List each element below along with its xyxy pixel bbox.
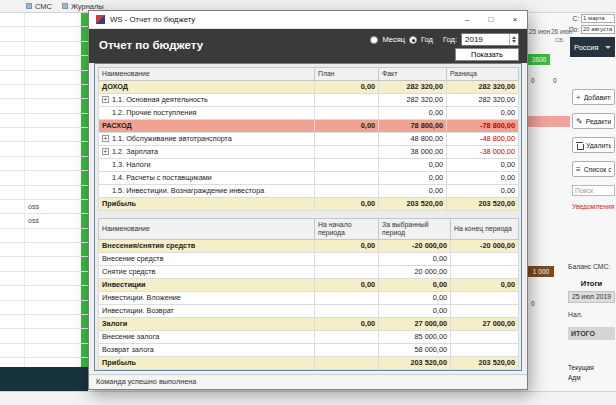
list-item[interactable]: [0, 142, 93, 156]
list-item[interactable]: [0, 42, 93, 56]
end-value: [451, 265, 519, 278]
budget-row[interactable]: ДОХОД 0,00 282 320,00 282 320,00: [99, 80, 519, 93]
budget-row[interactable]: Прибыль 0,00 203 520,00 203 520,00: [99, 197, 519, 210]
date-from-input[interactable]: 1 марта: [581, 14, 615, 23]
row-lead-cell: [0, 56, 25, 69]
cashflow-row[interactable]: Инвестиции 0,00 0,00 0,00: [99, 278, 519, 291]
app-screen: СМС Журналы: [0, 0, 616, 405]
radio-month[interactable]: [370, 36, 378, 44]
list-item[interactable]: [0, 128, 93, 142]
list-item[interactable]: [0, 171, 93, 185]
add-button[interactable]: + Добавить: [572, 89, 615, 105]
list-item[interactable]: [0, 27, 93, 41]
grid-green-cell[interactable]: 3600: [528, 54, 550, 65]
cashflow-row[interactable]: Инвестиции. Вложение 0,00: [99, 291, 519, 304]
list-item[interactable]: [0, 243, 93, 257]
row-name: 1.1. Обслуживание автотранспорта: [112, 134, 232, 143]
fact-value: 0,00: [379, 158, 447, 171]
start-value: [315, 265, 379, 278]
list-item[interactable]: [0, 272, 93, 286]
cashflow-row[interactable]: Залоги 0,00 27 000,00 27 000,00: [99, 317, 519, 330]
row-lead-cell: [0, 344, 25, 357]
list-item[interactable]: [0, 315, 93, 329]
title-bar[interactable]: WS - Отчет по бюджету – □ ×: [89, 11, 527, 29]
period-value: 210 520,00: [379, 369, 451, 371]
minimize-button[interactable]: –: [455, 11, 479, 29]
col-name[interactable]: Наименование: [99, 218, 315, 239]
col-fact[interactable]: Факт: [379, 68, 447, 81]
country-select[interactable]: Россия: [570, 37, 615, 57]
expand-icon[interactable]: +: [102, 148, 109, 155]
cashflow-row[interactable]: Внесение залога 85 000,00: [99, 330, 519, 343]
notifications-link[interactable]: Уведомления: [572, 203, 616, 210]
cashflow-row[interactable]: Снятие средств 20 000,00: [99, 265, 519, 278]
tab-sms[interactable]: СМС: [26, 2, 52, 11]
cashflow-row[interactable]: Возврат залога 58 000,00: [99, 343, 519, 356]
maximize-button[interactable]: □: [479, 11, 503, 29]
list-item[interactable]: [0, 344, 93, 358]
cashflow-row[interactable]: Прибыль 203 520,00 203 520,00: [99, 356, 519, 369]
budget-row[interactable]: +1.1. Обслуживание автотранспорта 48 800…: [99, 132, 519, 145]
list-item[interactable]: [0, 301, 93, 315]
delete-button[interactable]: Удалить: [572, 137, 615, 153]
period-value: 0,00: [379, 278, 451, 291]
list-item[interactable]: [0, 186, 93, 200]
row-lead-cell: [0, 27, 25, 40]
grid-highlight-row[interactable]: [528, 116, 570, 127]
row-lead-cell: [0, 85, 25, 98]
list-item[interactable]: [0, 329, 93, 343]
period-mode-row: Месяц Год Год: 2019: [370, 33, 519, 46]
cashflow-row[interactable]: Инвестиции. Возврат 0,00: [99, 304, 519, 317]
col-period-start[interactable]: На начало периода: [315, 218, 379, 239]
list-item[interactable]: [0, 56, 93, 70]
budget-row[interactable]: 1.2. Прочие поступления 0,00 0,00: [99, 106, 519, 119]
background-bottom-panel: [0, 367, 88, 391]
edit-button[interactable]: ✎ Редактировать: [572, 113, 615, 129]
col-diff[interactable]: Разница: [447, 68, 519, 81]
totals-date[interactable]: 25 июл 2019: [568, 291, 615, 303]
list-item[interactable]: [0, 114, 93, 128]
col-period-selected[interactable]: За выбранный период: [379, 218, 451, 239]
list-item[interactable]: [0, 13, 93, 27]
list-item[interactable]: [0, 229, 93, 243]
budget-row[interactable]: 1.5. Инвестиции. Вознаграждение инвестор…: [99, 184, 519, 197]
budget-row[interactable]: +1.2. Зарплата 38 000,00 -38 000,00: [99, 145, 519, 158]
expand-icon[interactable]: +: [102, 96, 109, 103]
staff-list-button[interactable]: ≡ Список сотрудников: [572, 161, 615, 177]
list-item[interactable]: [0, 286, 93, 300]
list-item[interactable]: [0, 99, 93, 113]
cashflow-row[interactable]: Внесения/снятия средств 0,00 -20 000,00 …: [99, 239, 519, 252]
year-spinner[interactable]: 2019: [461, 33, 519, 46]
row-lead-cell: [0, 42, 25, 55]
report-header: Отчет по бюджету Месяц Год Год: 2019 Пок…: [89, 29, 527, 63]
budget-row[interactable]: РАСХОД 0,00 78 800,00 -78 800,00: [99, 119, 519, 132]
grid-cell[interactable]: 0: [531, 300, 535, 307]
list-item[interactable]: oss: [0, 200, 93, 214]
radio-year[interactable]: [409, 36, 417, 44]
list-item[interactable]: [0, 157, 93, 171]
col-period-end[interactable]: На конец периода: [451, 218, 519, 239]
budget-row[interactable]: +1.1. Основная деятельность 282 320,00 2…: [99, 93, 519, 106]
date-to-row: По: 20 августа: [569, 25, 615, 34]
budget-row[interactable]: 1.3. Налоги 0,00 0,00: [99, 158, 519, 171]
list-item[interactable]: [0, 71, 93, 85]
row-label: [25, 229, 80, 242]
diff-value: -78 800,00: [447, 119, 519, 132]
spinner-arrows-icon[interactable]: [509, 34, 518, 45]
expand-icon[interactable]: +: [102, 135, 109, 142]
list-item[interactable]: oss: [0, 214, 93, 228]
cashflow-row[interactable]: Денежный поток 0,00 210 520,00 210 520,0…: [99, 369, 519, 371]
grid-cell[interactable]: 0: [553, 77, 557, 84]
col-plan[interactable]: План: [315, 68, 379, 81]
cashflow-row[interactable]: Внесение средств 0,00: [99, 252, 519, 265]
date-to-input[interactable]: 20 августа: [581, 25, 615, 34]
show-button[interactable]: Показать: [455, 48, 519, 61]
list-item[interactable]: [0, 257, 93, 271]
list-item[interactable]: [0, 85, 93, 99]
close-button[interactable]: ×: [503, 11, 527, 29]
col-name[interactable]: Наименование: [99, 68, 315, 81]
grid-brown-cell[interactable]: 1 000: [528, 266, 554, 277]
grid-cell[interactable]: 0: [531, 77, 535, 84]
budget-row[interactable]: 1.4. Расчеты с поставщиками 0,00 0,00: [99, 171, 519, 184]
search-input[interactable]: [572, 185, 615, 196]
